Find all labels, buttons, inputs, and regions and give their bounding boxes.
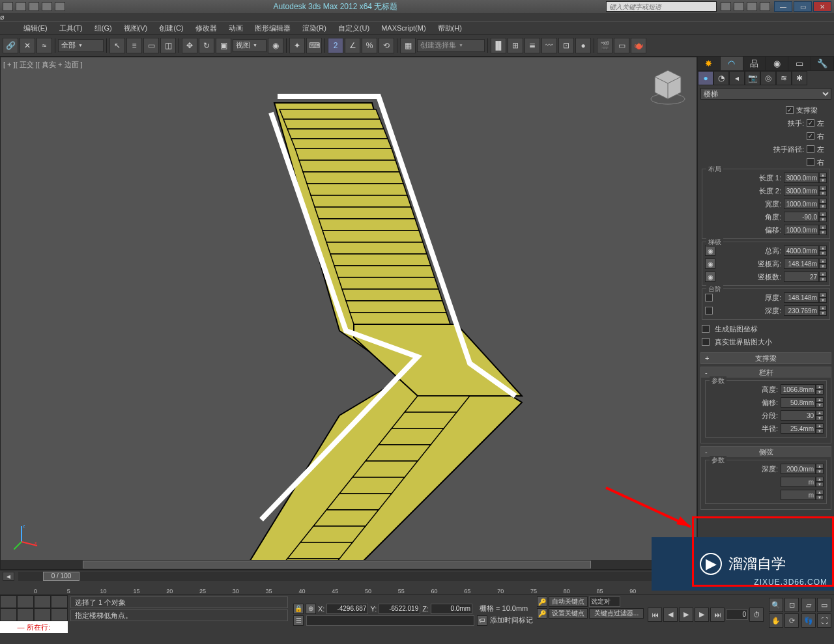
- tab-modify-icon[interactable]: ◠: [721, 57, 743, 70]
- redo-icon[interactable]: [55, 2, 65, 11]
- status-btn-2[interactable]: [17, 595, 34, 608]
- check-support[interactable]: [786, 106, 794, 114]
- infocenter-icon[interactable]: [721, 2, 731, 11]
- check-handrail-right[interactable]: [807, 132, 814, 140]
- open-icon[interactable]: [16, 2, 26, 11]
- goto-end-icon[interactable]: ⏭: [710, 608, 725, 622]
- input-rail-offset[interactable]: [781, 397, 816, 408]
- coords-mode-icon[interactable]: ⊕: [306, 604, 316, 614]
- menu-edit[interactable]: 编辑(E): [23, 23, 48, 33]
- set-key-icon[interactable]: 🔑: [537, 608, 547, 619]
- help-icon[interactable]: [760, 2, 770, 11]
- coord-y[interactable]: [379, 604, 420, 614]
- ref-coord-dropdown[interactable]: 视图: [233, 39, 266, 52]
- tab-hierarchy-icon[interactable]: 品: [743, 57, 766, 70]
- render-icon[interactable]: 🫖: [631, 38, 646, 53]
- input-length2[interactable]: [784, 186, 819, 196]
- rollout-support[interactable]: +支撑梁: [701, 353, 831, 363]
- select-region-rect-icon[interactable]: ▭: [143, 38, 159, 53]
- input-angle[interactable]: [784, 212, 819, 222]
- status-btn-1[interactable]: [0, 595, 17, 608]
- zoom-icon[interactable]: 🔍: [769, 598, 783, 612]
- orbit-icon[interactable]: ⟳: [784, 613, 799, 628]
- input-stringer-2[interactable]: [781, 477, 816, 487]
- time-slider-handle[interactable]: 0 / 100: [43, 572, 79, 581]
- auto-key-button[interactable]: 自动关键点: [549, 596, 588, 607]
- play-icon[interactable]: ▶: [679, 608, 693, 622]
- listener-icon[interactable]: ☰: [293, 615, 304, 626]
- spinner-down-icon[interactable]: ▼: [819, 178, 827, 183]
- subtab-helpers-icon[interactable]: ◎: [760, 71, 776, 85]
- tab-display-icon[interactable]: ▭: [788, 57, 811, 70]
- manipulate-icon[interactable]: ✦: [289, 38, 305, 53]
- check-gen-uv[interactable]: [702, 325, 710, 333]
- input-stringer-depth[interactable]: [781, 464, 816, 474]
- spinner-up-icon[interactable]: ▲: [819, 173, 827, 178]
- check-step-thick[interactable]: [705, 294, 713, 301]
- add-time-tag[interactable]: 添加时间标记: [490, 615, 533, 625]
- favorites-icon[interactable]: [747, 2, 757, 11]
- check-step-depth[interactable]: [705, 307, 713, 315]
- listener-input[interactable]: [306, 615, 474, 626]
- material-editor-icon[interactable]: ●: [575, 38, 591, 53]
- menu-customize[interactable]: 自定义(U): [338, 23, 369, 33]
- save-icon[interactable]: [29, 2, 39, 11]
- select-name-icon[interactable]: ≡: [126, 38, 142, 53]
- rotate-icon[interactable]: ↻: [199, 38, 214, 53]
- menu-maxscript[interactable]: MAXScript(M): [381, 24, 425, 32]
- angle-snap-icon[interactable]: ∠: [345, 38, 360, 53]
- app-menu-icon[interactable]: ⌀: [0, 13, 834, 21]
- status-btn-4[interactable]: [51, 595, 68, 608]
- next-frame-icon[interactable]: ▶: [695, 608, 709, 622]
- zoom-all-icon[interactable]: ⊡: [784, 598, 799, 612]
- scale-icon[interactable]: ▣: [216, 38, 231, 53]
- input-offset[interactable]: [784, 225, 819, 235]
- prev-frame-icon[interactable]: ◀: [663, 608, 678, 622]
- window-crossing-icon[interactable]: ◫: [160, 38, 176, 53]
- tab-utilities-icon[interactable]: 🔧: [811, 57, 834, 70]
- subtab-systems-icon[interactable]: ✱: [792, 71, 807, 85]
- time-slider-left-icon[interactable]: ◂: [3, 572, 14, 581]
- schematic-view-icon[interactable]: ⊡: [558, 38, 574, 53]
- coord-z[interactable]: [431, 604, 472, 614]
- menu-create[interactable]: 创建(C): [159, 23, 183, 33]
- edit-selection-set-icon[interactable]: ▦: [400, 38, 416, 53]
- curve-editor-icon[interactable]: 〰: [541, 38, 557, 53]
- input-step-depth[interactable]: [784, 305, 819, 316]
- subtab-geometry-icon[interactable]: ●: [698, 71, 713, 85]
- move-icon[interactable]: ✥: [182, 38, 197, 53]
- spinner-snap-icon[interactable]: ⟲: [379, 38, 394, 53]
- selection-set-box[interactable]: 选定对: [589, 596, 620, 607]
- goto-start-icon[interactable]: ⏮: [648, 608, 662, 622]
- key-lock-icon[interactable]: 🔑: [537, 596, 547, 607]
- menu-rendering[interactable]: 渲染(R): [302, 23, 326, 33]
- set-key-button[interactable]: 设置关键点: [549, 608, 588, 619]
- status-btn-7[interactable]: [34, 608, 51, 621]
- check-railpath-left[interactable]: [807, 145, 814, 153]
- input-riser-count[interactable]: [784, 272, 819, 282]
- subtab-spacewarps-icon[interactable]: ≋: [776, 71, 792, 85]
- tab-motion-icon[interactable]: ◉: [766, 57, 788, 70]
- bind-icon[interactable]: ≈: [36, 38, 52, 53]
- zoom-region-icon[interactable]: ▭: [817, 598, 831, 612]
- align-icon[interactable]: ⊞: [508, 38, 523, 53]
- check-railpath-right[interactable]: [807, 158, 814, 166]
- maximize-viewport-icon[interactable]: ⛶: [817, 613, 831, 628]
- status-btn-8[interactable]: [51, 608, 68, 621]
- input-stringer-3[interactable]: [781, 490, 816, 500]
- mirror-icon[interactable]: ▐▌: [491, 38, 506, 53]
- viewcube-icon[interactable]: [648, 66, 687, 105]
- menu-animation[interactable]: 动画: [229, 23, 243, 33]
- render-frame-icon[interactable]: ▭: [614, 38, 629, 53]
- undo-icon[interactable]: [42, 2, 52, 11]
- render-setup-icon[interactable]: 🎬: [597, 38, 612, 53]
- input-riser-height[interactable]: [784, 259, 819, 269]
- menu-grapheditors[interactable]: 图形编辑器: [255, 23, 291, 33]
- input-step-thick[interactable]: [784, 292, 819, 303]
- time-config-icon[interactable]: ⏱: [749, 608, 764, 622]
- link-icon[interactable]: 🔗: [3, 38, 18, 53]
- tab-create-icon[interactable]: ✸: [698, 57, 721, 70]
- menu-views[interactable]: 视图(V): [124, 23, 148, 33]
- fov-icon[interactable]: ▱: [801, 598, 816, 612]
- menu-modifiers[interactable]: 修改器: [195, 23, 217, 33]
